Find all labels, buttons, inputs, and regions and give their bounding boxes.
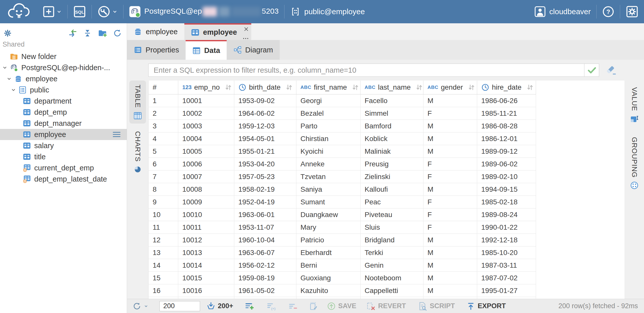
cell-last_name[interactable]: Terkki (361, 246, 423, 259)
cell-birth_date[interactable]: 1957-05-23 (234, 170, 296, 183)
edit-value-button[interactable] (309, 302, 318, 311)
cell-hire_date[interactable]: 1986-08-28 (477, 120, 536, 132)
panel-tab-grouping[interactable]: GROUPING (626, 133, 643, 193)
cell-emp_no[interactable]: 10006 (178, 158, 234, 170)
column-header-first_name[interactable]: ABCfirst_name (296, 81, 361, 94)
export-button[interactable]: EXPORT (467, 302, 506, 310)
cell-gender[interactable]: M (423, 132, 477, 145)
tree-item-postgresql-ep-hidden-[interactable]: PostgreSQL@ep-hidden-... (0, 62, 127, 73)
cell-birth_date[interactable]: 1960-10-04 (234, 234, 296, 246)
chevron-down-icon[interactable] (6, 76, 14, 82)
cell-birth_date[interactable]: 1959-12-03 (234, 120, 296, 132)
delete-row-button[interactable] (289, 302, 298, 311)
cell-last_name[interactable]: Simmel (361, 107, 423, 120)
cell-gender[interactable]: M (423, 246, 477, 259)
tree-item-current-dept-emp[interactable]: current_dept_emp (0, 162, 127, 173)
cell-row-number[interactable]: 1 (149, 94, 178, 107)
cell-last_name[interactable]: Preusig (361, 158, 423, 170)
cell-hire_date[interactable]: 1993-08-03 (477, 297, 536, 299)
cell-emp_no[interactable]: 10009 (178, 196, 234, 208)
cell-birth_date[interactable]: 1953-09-02 (234, 94, 296, 107)
driver-tools-button[interactable] (97, 5, 118, 18)
column-header-emp_no[interactable]: 123emp_no (178, 81, 234, 94)
cell-row-number[interactable]: 2 (149, 107, 178, 120)
presentation-tab-table[interactable]: TABLE (129, 81, 146, 124)
user-menu[interactable]: cloudbeaver (534, 6, 591, 17)
cell-first_name[interactable]: Kazuhito (296, 284, 361, 297)
cell-gender[interactable]: M (423, 183, 477, 195)
clear-filter-button[interactable] (605, 64, 617, 76)
chevron-down-icon[interactable] (2, 65, 10, 70)
panel-tab-value[interactable]: VALUE (626, 83, 643, 127)
cell-birth_date[interactable]: 1963-06-01 (234, 208, 296, 221)
revert-button[interactable]: REVERT (366, 302, 406, 311)
sort-icon[interactable] (468, 84, 476, 91)
cell-gender[interactable]: F (423, 208, 477, 221)
cell-hire_date[interactable]: 1985-02-18 (477, 196, 536, 208)
schema-selector[interactable]: public@employee (290, 6, 365, 17)
cell-gender[interactable]: M (423, 234, 477, 246)
cell-gender[interactable]: M (423, 284, 477, 297)
column-header-gender[interactable]: ABCgender (423, 81, 477, 94)
cell-emp_no[interactable]: 10008 (178, 183, 234, 195)
cell-first_name[interactable]: Guoxiang (296, 272, 361, 284)
cell-last_name[interactable]: Sluis (361, 221, 423, 233)
column-header-row-number[interactable]: # (149, 81, 178, 94)
cell-emp_no[interactable]: 10003 (178, 120, 234, 132)
cell-first_name[interactable]: Parto (296, 120, 361, 132)
cell-gender[interactable]: M (423, 145, 477, 158)
cell-hire_date[interactable]: 1985-10-20 (477, 246, 536, 259)
cell-gender[interactable]: M (423, 272, 477, 284)
cell-hire_date[interactable]: 1989-08-24 (477, 208, 536, 221)
tree-item-title[interactable]: title (0, 151, 127, 162)
save-button[interactable]: SAVE (327, 302, 356, 310)
refresh-button[interactable] (113, 29, 122, 37)
cell-hire_date[interactable]: 1994-09-15 (477, 183, 536, 195)
cell-row-number[interactable]: 16 (149, 284, 178, 297)
cell-first_name[interactable]: Cristinel (296, 297, 361, 299)
sql-editor-button[interactable]: SQL (73, 5, 86, 18)
cell-hire_date[interactable]: 1985-11-21 (477, 107, 536, 120)
cell-hire_date[interactable]: 1989-02-10 (477, 170, 536, 183)
help-button[interactable]: ? (602, 6, 614, 18)
add-row-button[interactable] (245, 302, 254, 311)
new-folder-button[interactable] (98, 29, 107, 38)
cell-emp_no[interactable]: 10002 (178, 107, 234, 120)
cell-emp_no[interactable]: 10004 (178, 132, 234, 145)
cell-birth_date[interactable]: 1964-06-02 (234, 107, 296, 120)
cell-gender[interactable]: M (423, 94, 477, 107)
cell-last_name[interactable]: Bouloucos (361, 297, 423, 299)
cell-last_name[interactable]: Maliniak (361, 145, 423, 158)
cell-first_name[interactable]: Patricio (296, 234, 361, 246)
tab-employee-table[interactable]: employee (184, 23, 251, 40)
cell-first_name[interactable]: Saniya (296, 183, 361, 195)
close-tab-button[interactable] (243, 26, 249, 34)
cell-row-number[interactable]: 6 (149, 158, 178, 170)
tab-diagram[interactable]: Diagram (227, 40, 280, 60)
cell-row-number[interactable]: 12 (149, 234, 178, 246)
new-connection-button[interactable] (43, 6, 62, 18)
cell-birth_date[interactable]: 1955-01-21 (234, 145, 296, 158)
cell-row-number[interactable]: 3 (149, 120, 178, 132)
cell-hire_date[interactable]: 1987-03-11 (477, 259, 536, 271)
cell-last_name[interactable]: Genin (361, 259, 423, 271)
tree-item-dept-emp-latest-date[interactable]: dept_emp_latest_date (0, 173, 127, 185)
cell-birth_date[interactable]: 1952-04-19 (234, 196, 296, 208)
cell-first_name[interactable]: Mary (296, 221, 361, 233)
cell-first_name[interactable]: Anneke (296, 158, 361, 170)
cell-gender[interactable]: M (423, 120, 477, 132)
sort-icon[interactable] (526, 84, 534, 91)
cell-birth_date[interactable]: 1958-07-06 (234, 297, 296, 299)
cell-first_name[interactable]: Bezalel (296, 107, 361, 120)
cell-first_name[interactable]: Berni (296, 259, 361, 271)
cell-gender[interactable]: M (423, 259, 477, 271)
cell-hire_date[interactable]: 1995-01-27 (477, 284, 536, 297)
cell-row-number[interactable]: 5 (149, 145, 178, 158)
cell-first_name[interactable]: Tzvetan (296, 170, 361, 183)
column-header-last_name[interactable]: ABClast_name (361, 81, 423, 94)
cell-hire_date[interactable]: 1986-12-01 (477, 132, 536, 145)
cell-row-number[interactable]: 10 (149, 208, 178, 221)
cell-last_name[interactable]: Koblick (361, 132, 423, 145)
cell-gender[interactable]: F (423, 297, 477, 299)
settings-button[interactable] (626, 5, 638, 18)
